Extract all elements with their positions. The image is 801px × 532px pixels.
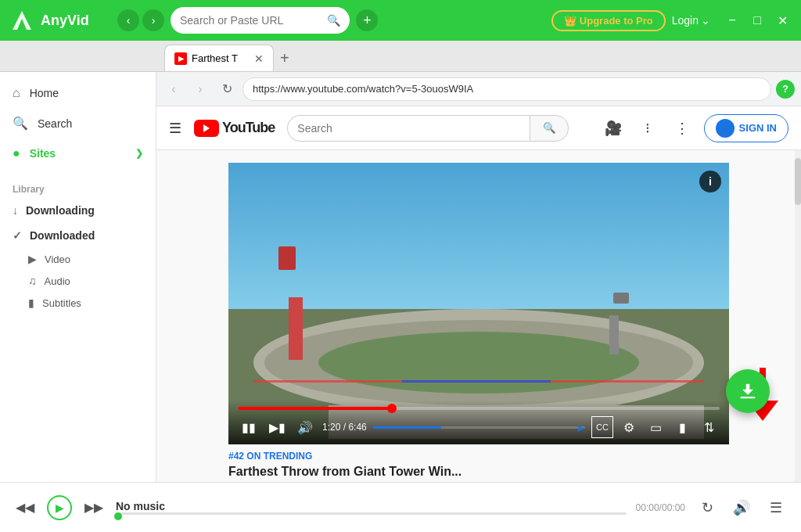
miniplayer-button[interactable]: ▭ [645,416,666,438]
youtube-search-input[interactable] [287,115,530,142]
browser-area: ‹ › ↻ https://www.youtube.com/watch?v=5-… [156,72,801,482]
url-search-bar[interactable]: 🔍 [171,7,350,34]
video-title: Farthest Throw from Giant Tower Win... [228,465,729,479]
menu-icon[interactable]: ☰ [169,120,181,137]
captions-button[interactable]: CC [591,416,613,438]
video-info-overlay[interactable]: i [699,171,721,192]
youtube-search-bar[interactable]: 🔍 [287,115,569,142]
chevron-down-icon: ⌄ [701,14,710,27]
library-label: Library [0,174,156,198]
theater-button[interactable]: ▮ [671,416,693,438]
logo-icon [9,8,34,33]
window-controls: − □ ✕ [723,11,792,30]
download-button[interactable] [726,369,770,413]
browser-forward-button[interactable]: › [189,78,211,100]
browser-nav: ‹ › ↻ https://www.youtube.com/watch?v=5-… [156,72,801,106]
next-frame-button[interactable]: ▶▮ [266,416,288,438]
volume-button[interactable]: 🔊 [294,416,316,438]
browser-back-button[interactable]: ‹ [163,78,185,100]
tabbar: ▶ Farthest T ✕ + [0,41,801,72]
sidebar-item-audio[interactable]: ♫ Audio [0,270,156,292]
play-pause-button[interactable]: ▮▮ [238,416,260,438]
new-tab-button[interactable]: + [274,45,296,71]
video-progress-dot [387,404,397,413]
settings-button[interactable]: ⚙ [618,416,640,438]
sidebar-item-sites[interactable]: ● Sites ❯ [0,138,156,168]
sites-icon: ● [13,146,20,160]
sidebar-item-video[interactable]: ▶ Video [0,248,156,270]
tab-farthest[interactable]: ▶ Farthest T ✕ [164,45,274,71]
sidebar-item-downloading[interactable]: ↓ Downloading [0,198,156,223]
search-icon: 🔍 [543,122,556,134]
help-button[interactable]: ? [776,80,795,99]
player-progress-dot [114,512,122,520]
browser-refresh-button[interactable]: ↻ [216,78,238,100]
video-content[interactable]: i ▮▮ ▶▮ 🔊 1:20 / [156,150,801,482]
tab-favicon: ▶ [174,52,187,65]
nav-arrows: ‹ › [117,9,164,31]
music-icon: ♫ [28,275,37,287]
player-queue-button[interactable]: ☰ [763,495,788,520]
download-icon: ↓ [13,204,18,217]
yt-content-wrapper: i ▮▮ ▶▮ 🔊 1:20 / [156,150,801,482]
logo-area: AnyVid [9,8,111,33]
player-play-button[interactable]: ▶ [47,495,72,520]
player-prev-button[interactable]: ◀◀ [13,495,38,520]
sidebar-item-subtitles[interactable]: ▮ Subtitles [0,292,156,314]
upgrade-button[interactable]: 👑 Upgrade to Pro [551,10,666,31]
search-icon: 🔍 [13,116,28,131]
back-button[interactable]: ‹ [117,9,139,31]
youtube-search-button[interactable]: 🔍 [530,115,569,142]
sidebar-item-downloaded[interactable]: ✓ Downloaded [0,223,156,248]
fullscreen-button[interactable]: ⇅ [698,416,720,438]
youtube-logo: YouTube [194,120,275,137]
subtitles-icon: ▮ [28,297,34,309]
player-info: No music [116,500,627,515]
youtube-signin-button[interactable]: 👤 SIGN IN [704,114,788,142]
youtube-icons: 🎥 ⁝ ⋮ 👤 SIGN IN [601,114,788,142]
video-controls: ▮▮ ▶▮ 🔊 1:20 / 6:46 [228,401,729,444]
player-repeat-button[interactable]: ↻ [695,495,720,520]
video-progress-bar[interactable] [238,407,720,410]
scroll-thumb[interactable] [795,158,801,205]
signin-avatar: 👤 [716,119,735,138]
video-player[interactable]: i ▮▮ ▶▮ 🔊 1:20 / [228,163,729,444]
video-icon: ▶ [28,253,37,265]
bottom-player: ◀◀ ▶ ▶▶ No music 00:00/00:00 ↻ 🔊 ☰ [0,482,801,532]
player-progress-bar[interactable] [116,512,627,515]
sidebar-nav: ⌂ Home 🔍 Search ● Sites ❯ [0,72,156,174]
youtube-grid-icon[interactable]: ⁝ [635,116,660,141]
scroll-track[interactable] [795,150,801,482]
home-icon: ⌂ [13,86,20,100]
close-button[interactable]: ✕ [773,11,792,30]
trending-label: #42 ON TRENDING [228,451,729,462]
youtube-logo-text: YouTube [222,120,275,136]
right-video-controls: CC ⚙ ▭ ▮ ⇅ [591,416,720,438]
login-button[interactable]: Login ⌄ [672,14,710,27]
player-track: No music [116,500,627,512]
titlebar: AnyVid ‹ › 🔍 + 👑 Upgrade to Pro Login ⌄ … [0,0,801,41]
sidebar-item-home[interactable]: ⌂ Home [0,78,156,108]
download-icon [737,380,759,402]
player-volume-button[interactable]: 🔊 [729,495,754,520]
player-time: 00:00/00:00 [636,502,685,513]
minimize-button[interactable]: − [723,11,742,30]
youtube-more-icon[interactable]: ⋮ [670,116,695,141]
sidebar-item-search[interactable]: 🔍 Search [0,108,156,138]
video-progress-fill [238,407,392,410]
url-bar[interactable]: https://www.youtube.com/watch?v=5-3ouosW… [242,77,771,101]
download-area [745,432,788,476]
tab-label: Farthest T [192,52,238,64]
search-input[interactable] [180,14,321,27]
player-next-button[interactable]: ▶▶ [81,495,106,520]
search-icon: 🔍 [327,14,340,27]
youtube-video-icon[interactable]: 🎥 [601,116,626,141]
forward-button[interactable]: › [142,9,164,31]
maximize-button[interactable]: □ [748,11,767,30]
add-tab-button[interactable]: + [356,9,378,31]
svg-rect-4 [741,397,756,398]
tab-close-button[interactable]: ✕ [254,52,264,65]
main-layout: ⌂ Home 🔍 Search ● Sites ❯ Library ↓ Down… [0,72,801,482]
player-right-controls: ↻ 🔊 ☰ [695,495,788,520]
youtube-logo-icon [194,120,219,137]
